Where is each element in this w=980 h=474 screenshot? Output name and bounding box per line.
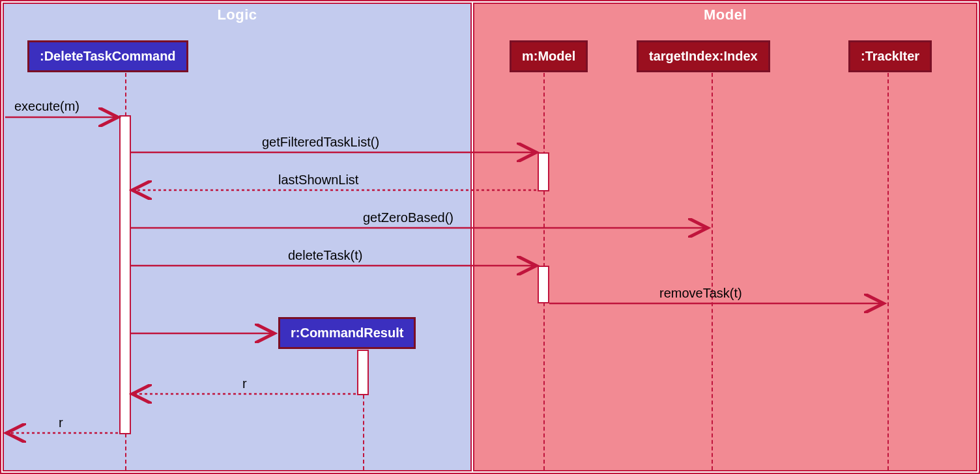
- msg-get-filtered-task-list: getFilteredTaskList(): [262, 135, 379, 150]
- activation-command-result: [357, 350, 369, 395]
- participant-track-iter: :TrackIter: [848, 40, 932, 72]
- lifeline-target-index: [712, 73, 713, 470]
- msg-remove-task: removeTask(t): [659, 286, 742, 301]
- activation-model-2: [538, 266, 549, 303]
- participant-command-result: r:CommandResult: [278, 317, 416, 349]
- participant-delete-task-command: :DeleteTaskCommand: [27, 40, 188, 72]
- sequence-diagram: Logic Model :DeleteTaskCommand m:Model t…: [0, 0, 980, 474]
- activation-model-1: [538, 152, 549, 191]
- participant-target-index: targetIndex:Index: [637, 40, 770, 72]
- region-model: Model: [473, 3, 977, 471]
- msg-delete-task: deleteTask(t): [288, 248, 363, 263]
- msg-return-r-1: r: [242, 376, 247, 391]
- msg-return-r-2: r: [59, 415, 63, 430]
- region-logic: Logic: [3, 3, 472, 471]
- participant-model: m:Model: [510, 40, 588, 72]
- msg-last-shown-list: lastShownList: [278, 173, 358, 188]
- region-logic-title: Logic: [4, 7, 470, 23]
- msg-get-zero-based: getZeroBased(): [363, 210, 454, 225]
- activation-delete-task-command: [119, 115, 131, 434]
- msg-execute: execute(m): [14, 99, 79, 114]
- region-model-title: Model: [474, 7, 976, 23]
- lifeline-track-iter: [887, 73, 889, 470]
